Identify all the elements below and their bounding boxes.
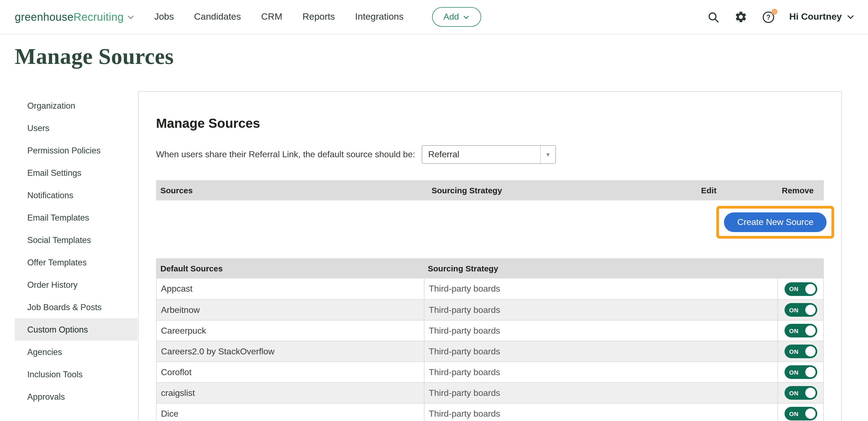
create-new-source-button[interactable]: Create New Source: [724, 213, 827, 232]
help-icon[interactable]: ?: [762, 11, 774, 23]
source-toggle[interactable]: ON: [784, 365, 817, 379]
primary-nav: Jobs Candidates CRM Reports Integrations: [154, 11, 403, 22]
toggle-cell: ON: [777, 279, 823, 299]
highlight-annotation: Create New Source: [717, 206, 834, 238]
source-name: Arbeitnow: [157, 300, 424, 320]
toggle-knob: [805, 367, 815, 377]
sidebar-item-job-boards-posts[interactable]: Job Boards & Posts: [15, 296, 137, 318]
source-name: Coroflot: [157, 362, 424, 382]
sidebar-item-custom-options[interactable]: Custom Options: [15, 318, 137, 341]
toggle-knob: [805, 326, 815, 336]
default-sources-table-header: Default Sources Sourcing Strategy: [156, 258, 824, 279]
source-toggle[interactable]: ON: [784, 386, 817, 400]
column-header-sourcing-strategy: Sourcing Strategy: [423, 264, 777, 273]
table-row: Careerpuck Third-party boards ON: [157, 320, 823, 341]
toggle-knob: [805, 388, 815, 398]
dropdown-caret-icon: ▾: [540, 146, 555, 163]
toggle-cell: ON: [777, 383, 823, 403]
source-toggle[interactable]: ON: [784, 303, 817, 317]
column-header-edit: Edit: [697, 186, 777, 195]
sourcing-strategy: Third-party boards: [424, 300, 777, 320]
logo-text-secondary: Recruiting: [73, 11, 124, 23]
column-header-remove: Remove: [777, 186, 824, 195]
source-toggle[interactable]: ON: [784, 324, 817, 337]
sidebar-item-permission-policies[interactable]: Permission Policies: [15, 139, 137, 162]
sidebar-item-organization[interactable]: Organization: [15, 94, 137, 117]
column-header-sourcing-strategy: Sourcing Strategy: [427, 186, 697, 195]
chevron-down-icon: [126, 13, 134, 21]
custom-sources-table-header: Sources Sourcing Strategy Edit Remove: [156, 180, 824, 200]
referral-source-dropdown[interactable]: Referral ▾: [422, 145, 556, 164]
settings-sidebar: OrganizationUsersPermission PoliciesEmai…: [15, 91, 137, 408]
sidebar-item-inclusion-tools[interactable]: Inclusion Tools: [15, 363, 137, 386]
nav-integrations[interactable]: Integrations: [355, 11, 404, 22]
default-sources-table: Appcast Third-party boards ON Arbeitnow …: [156, 279, 824, 421]
sidebar-item-social-templates[interactable]: Social Templates: [15, 229, 137, 251]
nav-jobs[interactable]: Jobs: [154, 11, 174, 22]
sourcing-strategy: Third-party boards: [424, 403, 777, 421]
toggle-state-label: ON: [789, 390, 799, 396]
page-title: Manage Sources: [15, 43, 868, 69]
toggle-state-label: ON: [789, 369, 799, 375]
app-window: greenhouseRecruiting Jobs Candidates CRM…: [0, 0, 868, 421]
notification-dot: [771, 8, 777, 15]
source-name: Careers2.0 by StackOverflow: [157, 341, 424, 362]
toggle-cell: ON: [777, 300, 823, 320]
toggle-state-label: ON: [789, 286, 799, 292]
manage-sources-panel: Manage Sources When users share their Re…: [138, 91, 842, 421]
greenhouse-logo[interactable]: greenhouseRecruiting: [15, 11, 134, 23]
source-toggle[interactable]: ON: [784, 282, 817, 296]
sidebar-item-agencies[interactable]: Agencies: [15, 341, 137, 363]
gear-icon[interactable]: [734, 10, 747, 24]
source-name: craigslist: [157, 383, 424, 403]
toggle-cell: ON: [777, 403, 823, 421]
sidebar-item-offer-templates[interactable]: Offer Templates: [15, 251, 137, 274]
sourcing-strategy: Third-party boards: [424, 279, 777, 299]
nav-reports[interactable]: Reports: [303, 11, 335, 22]
sidebar-item-approvals[interactable]: Approvals: [15, 386, 137, 408]
source-name: Careerpuck: [157, 320, 424, 341]
page-header: Manage Sources: [0, 34, 868, 91]
logo-text-primary: greenhouse: [15, 11, 73, 23]
source-name: Appcast: [157, 279, 424, 299]
table-row: Appcast Third-party boards ON: [157, 279, 823, 299]
source-toggle[interactable]: ON: [784, 407, 817, 420]
toggle-state-label: ON: [789, 410, 799, 417]
add-button[interactable]: Add: [432, 7, 481, 27]
top-navigation: greenhouseRecruiting Jobs Candidates CRM…: [0, 0, 868, 34]
svg-text:?: ?: [766, 13, 770, 21]
sourcing-strategy: Third-party boards: [424, 362, 777, 382]
dropdown-selected-value: Referral: [428, 150, 540, 160]
sidebar-item-notifications[interactable]: Notifications: [15, 184, 137, 206]
panel-heading: Manage Sources: [156, 116, 824, 131]
toggle-knob: [805, 346, 815, 357]
toggle-knob: [805, 305, 815, 315]
table-row: Careers2.0 by StackOverflow Third-party …: [157, 341, 823, 362]
search-icon[interactable]: [707, 11, 719, 23]
sourcing-strategy: Third-party boards: [424, 341, 777, 362]
toggle-cell: ON: [777, 320, 823, 341]
source-name: Dice: [157, 403, 424, 421]
toggle-state-label: ON: [789, 327, 799, 334]
chevron-down-icon: [463, 13, 470, 21]
sourcing-strategy: Third-party boards: [424, 320, 777, 341]
custom-sources-empty-area: Create New Source: [156, 200, 824, 258]
toggle-state-label: ON: [789, 307, 799, 313]
referral-default-row: When users share their Referral Link, th…: [156, 145, 824, 164]
content-area: OrganizationUsersPermission PoliciesEmai…: [0, 91, 868, 421]
source-toggle[interactable]: ON: [784, 344, 817, 358]
nav-crm[interactable]: CRM: [261, 11, 282, 22]
toggle-state-label: ON: [789, 348, 799, 355]
sidebar-item-users[interactable]: Users: [15, 117, 137, 139]
toggle-cell: ON: [777, 341, 823, 362]
chevron-down-icon: [846, 12, 855, 21]
nav-candidates[interactable]: Candidates: [194, 11, 241, 22]
toggle-knob: [805, 284, 815, 294]
table-row: Arbeitnow Third-party boards ON: [157, 299, 823, 320]
sidebar-item-email-settings[interactable]: Email Settings: [15, 162, 137, 184]
sidebar-item-order-history[interactable]: Order History: [15, 274, 137, 296]
sidebar-item-email-templates[interactable]: Email Templates: [15, 206, 137, 229]
referral-default-label: When users share their Referral Link, th…: [156, 150, 415, 160]
add-button-label: Add: [443, 12, 459, 22]
user-menu[interactable]: Hi Courtney: [789, 11, 855, 22]
